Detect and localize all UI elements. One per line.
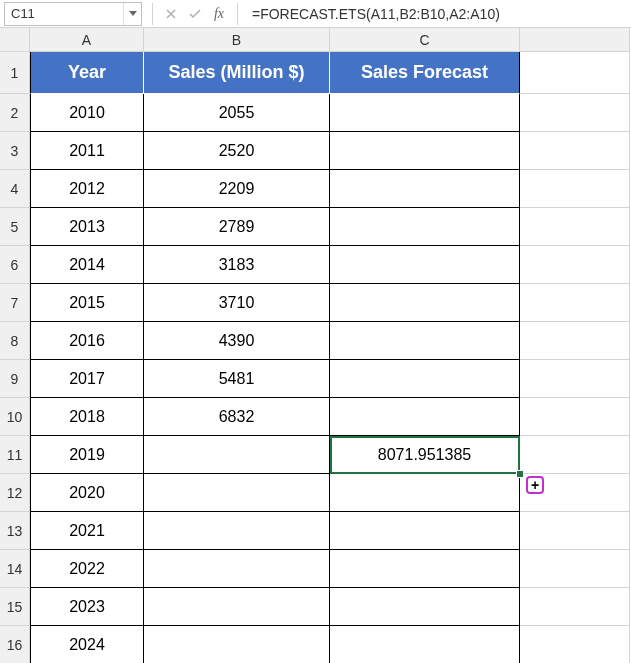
cell-year[interactable]: 2019 <box>30 436 144 474</box>
cell-sales[interactable]: 4390 <box>144 322 330 360</box>
name-box-dropdown-icon[interactable] <box>123 3 141 25</box>
cell-sales[interactable] <box>144 626 330 663</box>
header-sales[interactable]: Sales (Million $) <box>144 52 330 94</box>
cell-sales[interactable]: 3183 <box>144 246 330 284</box>
cell-sales[interactable] <box>144 588 330 626</box>
row-header[interactable]: 9 <box>0 360 30 398</box>
row-header[interactable]: 12 <box>0 474 30 512</box>
cell-forecast[interactable] <box>330 512 520 550</box>
row-header[interactable]: 11 <box>0 436 30 474</box>
row-header[interactable]: 7 <box>0 284 30 322</box>
cancel-button[interactable] <box>159 2 183 26</box>
cell-empty[interactable] <box>520 208 630 246</box>
name-box[interactable]: C11 <box>4 2 142 26</box>
cell-sales[interactable] <box>144 550 330 588</box>
cell-sales[interactable] <box>144 512 330 550</box>
divider <box>152 3 153 25</box>
cell-year[interactable]: 2020 <box>30 474 144 512</box>
cell-empty[interactable] <box>520 360 630 398</box>
cell-sales[interactable]: 2209 <box>144 170 330 208</box>
select-all-corner[interactable] <box>0 28 30 52</box>
cell-year[interactable]: 2010 <box>30 94 144 132</box>
row-header-1[interactable]: 1 <box>0 52 30 94</box>
cell-forecast[interactable]: 8071.951385 <box>330 436 520 474</box>
cell-sales[interactable] <box>144 436 330 474</box>
cell-empty[interactable] <box>520 170 630 208</box>
row-header[interactable]: 3 <box>0 132 30 170</box>
cell-empty[interactable] <box>520 284 630 322</box>
cell-year[interactable]: 2012 <box>30 170 144 208</box>
cell-year[interactable]: 2015 <box>30 284 144 322</box>
col-header-rest[interactable] <box>520 28 630 52</box>
cell-forecast[interactable] <box>330 284 520 322</box>
cell-year[interactable]: 2014 <box>30 246 144 284</box>
cell-year[interactable]: 2013 <box>30 208 144 246</box>
cell-sales[interactable]: 2789 <box>144 208 330 246</box>
header-forecast[interactable]: Sales Forecast <box>330 52 520 94</box>
cell-forecast[interactable] <box>330 550 520 588</box>
cell-empty[interactable] <box>520 132 630 170</box>
cell-forecast[interactable] <box>330 132 520 170</box>
cell-forecast[interactable] <box>330 208 520 246</box>
row-header[interactable]: 15 <box>0 588 30 626</box>
row-header[interactable]: 16 <box>0 626 30 663</box>
insert-function-button[interactable]: fx <box>207 2 231 26</box>
cell-year[interactable]: 2024 <box>30 626 144 663</box>
cell-empty[interactable] <box>520 94 630 132</box>
cell-forecast[interactable] <box>330 246 520 284</box>
cell-forecast[interactable] <box>330 398 520 436</box>
col-header-a[interactable]: A <box>30 28 144 52</box>
cell-empty[interactable] <box>520 246 630 284</box>
col-header-b[interactable]: B <box>144 28 330 52</box>
cell-year[interactable]: 2023 <box>30 588 144 626</box>
cell-forecast[interactable] <box>330 94 520 132</box>
row-header[interactable]: 13 <box>0 512 30 550</box>
row-header[interactable]: 14 <box>0 550 30 588</box>
cell-forecast[interactable] <box>330 170 520 208</box>
cell-empty[interactable] <box>520 626 630 663</box>
cell-sales[interactable]: 3710 <box>144 284 330 322</box>
cell-year[interactable]: 2022 <box>30 550 144 588</box>
cell-empty[interactable] <box>520 588 630 626</box>
cell-forecast[interactable] <box>330 360 520 398</box>
row-header[interactable]: 5 <box>0 208 30 246</box>
cell-sales[interactable] <box>144 474 330 512</box>
cell-sales[interactable]: 2055 <box>144 94 330 132</box>
cell-forecast[interactable] <box>330 322 520 360</box>
cell-year[interactable]: 2018 <box>30 398 144 436</box>
cell-sales[interactable]: 6832 <box>144 398 330 436</box>
cell-empty[interactable] <box>520 322 630 360</box>
formula-bar: C11 fx =FORECAST.ETS(A11,B2:B10,A2:A10) <box>0 0 631 28</box>
row-header[interactable]: 6 <box>0 246 30 284</box>
divider <box>237 3 238 25</box>
cell-year[interactable]: 2021 <box>30 512 144 550</box>
row-header[interactable]: 2 <box>0 94 30 132</box>
row-header[interactable]: 8 <box>0 322 30 360</box>
cell-empty[interactable] <box>520 474 630 512</box>
name-box-value: C11 <box>5 6 123 21</box>
formula-input[interactable]: =FORECAST.ETS(A11,B2:B10,A2:A10) <box>244 0 631 27</box>
enter-button[interactable] <box>183 2 207 26</box>
col-header-c[interactable]: C <box>330 28 520 52</box>
cell-empty[interactable] <box>520 52 630 94</box>
cell-year[interactable]: 2011 <box>30 132 144 170</box>
cell-empty[interactable] <box>520 512 630 550</box>
cell-sales[interactable]: 5481 <box>144 360 330 398</box>
cell-year[interactable]: 2016 <box>30 322 144 360</box>
cell-sales[interactable]: 2520 <box>144 132 330 170</box>
row-header[interactable]: 4 <box>0 170 30 208</box>
header-year[interactable]: Year <box>30 52 144 94</box>
row-header[interactable]: 10 <box>0 398 30 436</box>
fill-handle[interactable] <box>516 470 524 478</box>
cell-empty[interactable] <box>520 436 630 474</box>
cell-empty[interactable] <box>520 550 630 588</box>
cell-empty[interactable] <box>520 398 630 436</box>
cell-year[interactable]: 2017 <box>30 360 144 398</box>
cell-forecast[interactable] <box>330 626 520 663</box>
cell-forecast[interactable] <box>330 474 520 512</box>
cell-forecast[interactable] <box>330 588 520 626</box>
